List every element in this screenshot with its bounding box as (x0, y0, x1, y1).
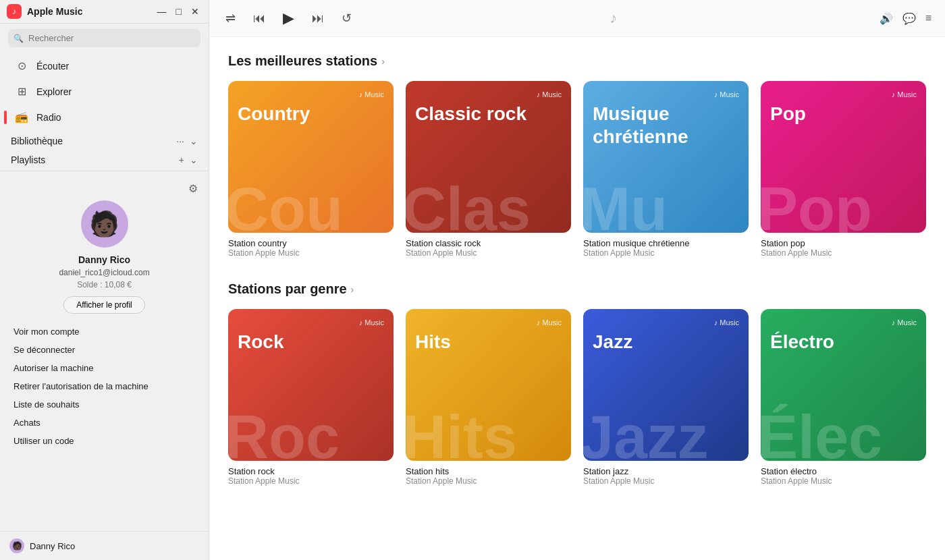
view-profile-button[interactable]: Afficher le profil (63, 296, 144, 314)
window-maximize-button[interactable]: □ (173, 5, 184, 18)
playlists-add-button[interactable]: + (179, 155, 184, 165)
music-note-icon: ♪ (610, 9, 617, 27)
repeat-button[interactable]: ↺ (339, 8, 354, 28)
electro-card-top: ♪ Music (770, 318, 917, 327)
rock-badge: ♪ Music (359, 318, 384, 327)
menu-link-liste-souhaits[interactable]: Liste de souhaits (11, 396, 198, 413)
country-station-sub: Station Apple Music (228, 248, 394, 258)
search-input[interactable] (8, 29, 200, 47)
sidebar-item-ecouter[interactable]: ⊙ Écouter (4, 53, 205, 78)
musique-chretienne-bg-text: Mu (583, 179, 668, 233)
sidebar-item-radio[interactable]: 📻 Radio (4, 105, 205, 130)
country-bg-text: Cou (228, 179, 343, 233)
jazz-badge: ♪ Music (714, 318, 739, 327)
rock-station-name: Station rock (228, 466, 394, 476)
jazz-card-top: ♪ Music (593, 318, 739, 327)
right-controls: 🔊 💬 ≡ (880, 12, 932, 25)
station-card-rock-card[interactable]: ♪ Music Rock Roc (228, 309, 394, 461)
electro-bg-text: Élec (761, 407, 882, 461)
musique-chretienne-genre-title: Musique chrétienne (593, 103, 739, 148)
settings-button[interactable]: ⚙ (188, 182, 198, 195)
station-card-jazz-card[interactable]: ♪ Music Jazz Jazz (583, 309, 749, 461)
classic-rock-station-info: Station classic rock Station Apple Music (406, 238, 571, 258)
station-card-rock-bg: ♪ Music Rock Roc (228, 309, 394, 461)
station-card-hits[interactable]: ♪ Music Hits Hits Station hits Station A… (406, 309, 571, 486)
menu-link-autoriser[interactable]: Autoriser la machine (11, 360, 198, 376)
rock-station-info: Station rock Station Apple Music (228, 466, 394, 486)
station-card-jazz-bg: ♪ Music Jazz Jazz (583, 309, 749, 461)
app-icon: ♪ (7, 4, 22, 19)
station-card-jazz[interactable]: ♪ Music Jazz Jazz Station jazz Station A… (583, 309, 749, 486)
station-card-pop-card[interactable]: ♪ Music Pop Pop (761, 81, 926, 233)
station-card-classic-rock-card[interactable]: ♪ Music Classic rock Clas (406, 81, 571, 233)
pop-station-sub: Station Apple Music (761, 248, 926, 258)
main-nav: ⊙ Écouter ⊞ Explorer 📻 Radio (0, 53, 209, 130)
playlists-label: Playlists (11, 155, 45, 165)
station-card-hits-card[interactable]: ♪ Music Hits Hits (406, 309, 571, 461)
previous-button[interactable]: ⏮ (250, 9, 268, 28)
radio-icon: 📻 (15, 111, 28, 123)
profile-section: ⚙ 🧑🏿 Danny Rico daniel_rico1@icloud.com … (0, 171, 209, 460)
next-button[interactable]: ⏭ (309, 9, 327, 28)
bottom-user-row: 🧑🏿 Danny Rico (0, 531, 209, 560)
playback-controls: ⇌ ⏮ ▶ ⏭ ↺ (223, 7, 354, 30)
menu-link-voir-compte[interactable]: Voir mon compte (11, 323, 198, 340)
rock-card-top: ♪ Music (238, 318, 384, 327)
volume-button[interactable]: 🔊 (880, 12, 893, 25)
hits-station-sub: Station Apple Music (406, 476, 571, 486)
station-card-rock[interactable]: ♪ Music Rock Roc Station rock Station Ap… (228, 309, 394, 486)
genre-stations-title-row: Stations par genre › (228, 281, 926, 297)
lyrics-button[interactable]: 💬 (902, 12, 916, 25)
station-card-pop[interactable]: ♪ Music Pop Pop Station pop Station Appl… (761, 81, 926, 258)
genre-stations-grid: ♪ Music Rock Roc Station rock Station Ap… (228, 309, 926, 486)
menu-link-achats[interactable]: Achats (11, 414, 198, 431)
top-stations-title-row: Les meilleures stations › (228, 53, 926, 69)
sidebar-item-explorer[interactable]: ⊞ Explorer (4, 79, 205, 104)
menu-link-deconnecter[interactable]: Se déconnecter (11, 341, 198, 358)
window-close-button[interactable]: ✕ (188, 5, 202, 18)
bibliotheque-expand-button[interactable]: ⌄ (190, 136, 198, 146)
shuffle-button[interactable]: ⇌ (223, 8, 238, 28)
electro-genre-title: Électro (770, 331, 917, 354)
jazz-station-info: Station jazz Station Apple Music (583, 466, 749, 486)
station-card-pop-bg: ♪ Music Pop Pop (761, 81, 926, 233)
playlists-expand-button[interactable]: ⌄ (190, 155, 198, 165)
hits-card-top: ♪ Music (415, 318, 562, 327)
country-station-info: Station country Station Apple Music (228, 238, 394, 258)
classic-rock-card-top: ♪ Music (415, 90, 562, 99)
station-card-classic-rock[interactable]: ♪ Music Classic rock Clas Station classi… (406, 81, 571, 258)
queue-button[interactable]: ≡ (925, 12, 932, 24)
country-card-top: ♪ Music (238, 90, 384, 99)
menu-links: Voir mon compte Se déconnecter Autoriser… (11, 323, 198, 449)
top-stations-chevron[interactable]: › (381, 56, 385, 67)
classic-rock-bg-text: Clas (406, 179, 531, 233)
station-card-country[interactable]: ♪ Music Country Cou Station country Stat… (228, 81, 394, 258)
station-card-musique-chretienne[interactable]: ♪ Music Musique chrétienne Mu Station mu… (583, 81, 749, 258)
station-card-musique-chretienne-card[interactable]: ♪ Music Musique chrétienne Mu (583, 81, 749, 233)
hits-station-info: Station hits Station Apple Music (406, 466, 571, 486)
play-pause-button[interactable]: ▶ (280, 7, 297, 30)
station-card-electro-card[interactable]: ♪ Music Électro Élec (761, 309, 926, 461)
menu-link-retirer[interactable]: Retirer l'autorisation de la machine (11, 378, 198, 395)
musique-chretienne-badge: ♪ Music (714, 90, 739, 99)
genre-stations-chevron[interactable]: › (351, 284, 354, 295)
classic-rock-badge: ♪ Music (537, 90, 562, 99)
profile-name: Danny Rico (78, 254, 130, 265)
station-card-country-bg: ♪ Music Country Cou (228, 81, 394, 233)
bottom-user-avatar: 🧑🏿 (9, 538, 24, 553)
bibliotheque-label: Bibliothèque (11, 136, 63, 146)
station-card-electro[interactable]: ♪ Music Électro Élec Station électro Sta… (761, 309, 926, 486)
top-stations-title: Les meilleures stations (228, 53, 377, 69)
station-card-hits-bg: ♪ Music Hits Hits (406, 309, 571, 461)
center-area: ♪ (354, 9, 880, 27)
window-minimize-button[interactable]: — (155, 5, 169, 18)
station-card-country-card[interactable]: ♪ Music Country Cou (228, 81, 394, 233)
search-bar: 🔍 (8, 29, 200, 47)
country-genre-title: Country (238, 103, 384, 125)
hits-genre-title: Hits (415, 331, 562, 354)
bibliotheque-more-button[interactable]: ··· (176, 136, 184, 146)
hits-bg-text: Hits (406, 407, 517, 461)
electro-badge: ♪ Music (892, 318, 917, 327)
menu-link-code[interactable]: Utiliser un code (11, 432, 198, 449)
playlists-header: Playlists + ⌄ (0, 149, 209, 168)
